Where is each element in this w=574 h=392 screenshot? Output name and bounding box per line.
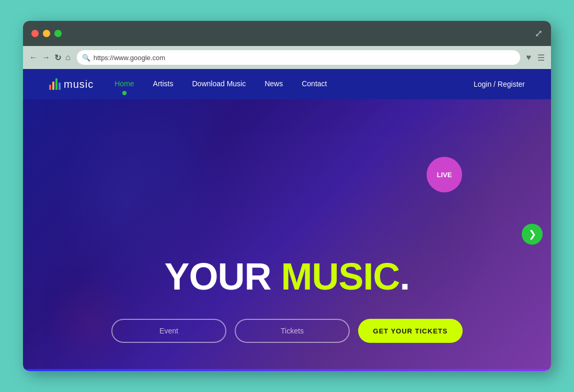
hamburger-menu-icon[interactable]: ☰ [537, 53, 545, 63]
silhouette-2 [128, 99, 232, 267]
back-button[interactable]: ← [29, 53, 38, 62]
url-bar[interactable]: 🔍 https://www.google.com [77, 50, 520, 65]
logo-bar-4 [59, 83, 61, 90]
hero-section: LIVE ❯ YOUR MUSIC. GET YOUR TICKETS [23, 99, 551, 369]
event-input[interactable] [111, 319, 226, 343]
traffic-light-red[interactable] [31, 30, 39, 37]
traffic-lights [31, 30, 62, 37]
site-content: music Home Artists Download Music News C… [23, 69, 551, 371]
site-border-bottom [23, 369, 551, 371]
forward-button[interactable]: → [42, 53, 50, 62]
home-button[interactable]: ⌂ [65, 53, 71, 62]
nav-links: Home Artists Download Music News Contact [114, 79, 474, 89]
nav-link-contact[interactable]: Contact [302, 79, 327, 89]
nav-link-news[interactable]: News [265, 79, 283, 89]
logo-bar-2 [52, 82, 54, 90]
nav-link-artists[interactable]: Artists [153, 79, 174, 89]
hero-title-your: YOUR [164, 256, 281, 297]
nav-link-home[interactable]: Home [114, 79, 134, 89]
logo-bar-1 [49, 85, 51, 90]
nav-buttons: ← → ↻ ⌂ [29, 53, 71, 63]
hero-title-dot: . [400, 256, 410, 297]
title-bar: ⤢ [23, 21, 551, 46]
heart-icon[interactable]: ♥ [526, 53, 532, 62]
logo-bars [49, 78, 61, 90]
hero-form: GET YOUR TICKETS [23, 319, 551, 343]
expand-icon[interactable]: ⤢ [535, 28, 543, 39]
tickets-input[interactable] [235, 319, 350, 343]
traffic-light-green[interactable] [54, 30, 62, 37]
live-badge: LIVE [427, 157, 462, 192]
refresh-button[interactable]: ↻ [54, 53, 61, 63]
hero-title-music: MUSIC [281, 256, 400, 297]
search-icon: 🔍 [82, 54, 90, 62]
traffic-light-yellow[interactable] [43, 30, 50, 37]
nav-link-download[interactable]: Download Music [192, 79, 246, 89]
browser-window: ⤢ ← → ↻ ⌂ 🔍 https://www.google.com ♥ ☰ [23, 21, 551, 371]
logo-text: music [64, 78, 94, 90]
logo: music [49, 78, 94, 90]
site-nav: music Home Artists Download Music News C… [23, 69, 551, 99]
next-slide-button[interactable]: ❯ [522, 224, 543, 245]
address-right-controls: ♥ ☰ [526, 53, 545, 63]
logo-bar-3 [55, 78, 58, 90]
hero-title: YOUR MUSIC. [23, 255, 551, 298]
get-tickets-button[interactable]: GET YOUR TICKETS [358, 319, 463, 343]
login-register-link[interactable]: Login / Register [474, 80, 525, 88]
url-text: https://www.google.com [94, 54, 165, 62]
address-bar: ← → ↻ ⌂ 🔍 https://www.google.com ♥ ☰ [23, 46, 551, 69]
